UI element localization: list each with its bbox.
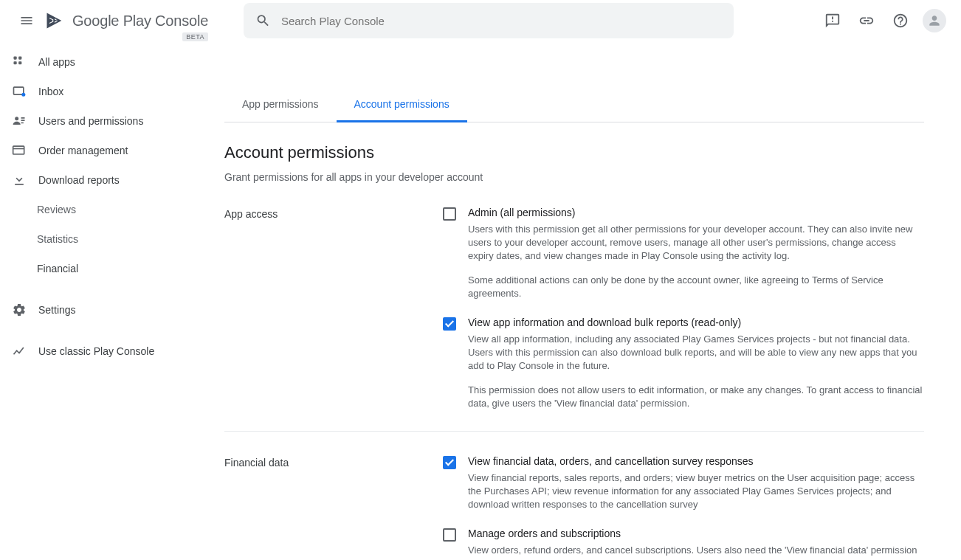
chart-icon [10, 342, 28, 360]
svg-rect-0 [14, 57, 17, 60]
page-description: Grant permissions for all apps in your d… [224, 171, 924, 183]
person-icon [927, 13, 942, 28]
permission-description: View orders, refund orders, and cancel s… [468, 544, 924, 560]
sidebar-item-settings[interactable]: Settings [0, 295, 207, 325]
permission-item: Manage orders and subscriptionsView orde… [443, 528, 924, 560]
sidebar-item-label: Reviews [37, 204, 76, 215]
users-icon [10, 112, 28, 130]
svg-rect-2 [14, 61, 17, 64]
product-logo[interactable]: Google Play Console BETA [44, 10, 208, 31]
sidebar-item-label: Users and permissions [38, 115, 143, 127]
permission-section-title: Financial data [224, 455, 443, 560]
download-icon [10, 171, 28, 189]
sidebar-item-label: Order management [38, 145, 128, 156]
feedback-icon [824, 13, 841, 29]
sidebar-item-label: Inbox [38, 86, 63, 97]
hamburger-menu-button[interactable] [12, 6, 41, 35]
sidebar: All apps Inbox Users and permissions Ord… [0, 41, 207, 560]
profile-button[interactable] [920, 6, 949, 35]
sidebar-item-label: Download reports [38, 174, 120, 186]
sidebar-item-users-permissions[interactable]: Users and permissions [0, 106, 207, 136]
sidebar-item-all-apps[interactable]: All apps [0, 47, 207, 77]
search-bar[interactable] [244, 3, 734, 38]
page-title: Account permissions [224, 143, 924, 162]
sidebar-item-download-reports[interactable]: Download reports [0, 165, 207, 195]
feedback-button[interactable] [818, 6, 847, 35]
svg-point-5 [21, 93, 25, 97]
sidebar-item-statistics[interactable]: Statistics [0, 224, 207, 254]
help-button[interactable] [886, 6, 915, 35]
link-icon [858, 13, 875, 29]
permission-checkbox[interactable] [443, 317, 456, 331]
product-name: Google Play Console [72, 13, 208, 30]
help-icon [892, 13, 909, 29]
sidebar-item-label: Settings [38, 304, 76, 316]
permission-title: Admin (all permissions) [468, 207, 924, 218]
sidebar-item-label: Financial [37, 263, 78, 274]
permission-title: View financial data, orders, and cancell… [468, 455, 924, 467]
permission-description: View financial reports, sales reports, a… [468, 471, 924, 512]
permission-section: App accessAdmin (all permissions)Users w… [224, 204, 924, 432]
card-icon [10, 142, 28, 159]
permission-list: View financial data, orders, and cancell… [443, 455, 924, 560]
main-content: App permissions Account permissions Acco… [207, 41, 942, 560]
sidebar-item-classic-console[interactable]: Use classic Play Console [0, 336, 207, 366]
tab-app-permissions[interactable]: App permissions [224, 87, 337, 122]
search-input[interactable] [281, 15, 722, 27]
permission-description: Users with this permission get all other… [468, 223, 924, 300]
sidebar-item-inbox[interactable]: Inbox [0, 77, 207, 106]
header-actions [818, 6, 949, 35]
permission-title: View app information and download bulk r… [468, 317, 924, 328]
avatar [923, 9, 946, 32]
permission-checkbox[interactable] [443, 456, 456, 469]
permission-section-title: App access [224, 207, 443, 410]
search-icon [255, 13, 271, 29]
header: Google Play Console BETA [0, 0, 961, 41]
sidebar-item-label: Statistics [37, 233, 78, 245]
permission-item: View financial data, orders, and cancell… [443, 455, 924, 512]
permission-description: View all app information, including any … [468, 333, 924, 410]
svg-rect-1 [18, 57, 21, 60]
permission-section: Financial dataView financial data, order… [224, 452, 924, 560]
apps-icon [10, 53, 28, 71]
link-button[interactable] [852, 6, 881, 35]
permission-checkbox[interactable] [443, 207, 456, 221]
gear-icon [10, 301, 28, 319]
permission-title: Manage orders and subscriptions [468, 528, 924, 539]
permission-checkbox[interactable] [443, 528, 456, 542]
sidebar-item-financial[interactable]: Financial [0, 254, 207, 283]
svg-rect-7 [13, 146, 24, 154]
permission-item: Admin (all permissions)Users with this p… [443, 207, 924, 300]
inbox-icon [10, 83, 28, 100]
beta-badge: BETA [182, 32, 208, 41]
svg-rect-3 [18, 61, 21, 64]
permission-list: Admin (all permissions)Users with this p… [443, 207, 924, 410]
hamburger-icon [19, 13, 34, 28]
sidebar-item-label: All apps [38, 56, 75, 68]
permission-item: View app information and download bulk r… [443, 317, 924, 410]
sidebar-item-reviews[interactable]: Reviews [0, 195, 207, 224]
sidebar-item-label: Use classic Play Console [38, 345, 154, 357]
play-console-icon [44, 10, 65, 31]
tab-account-permissions[interactable]: Account permissions [337, 87, 467, 122]
tabs: App permissions Account permissions [224, 87, 924, 122]
svg-point-6 [15, 117, 18, 120]
sidebar-item-order-management[interactable]: Order management [0, 136, 207, 165]
